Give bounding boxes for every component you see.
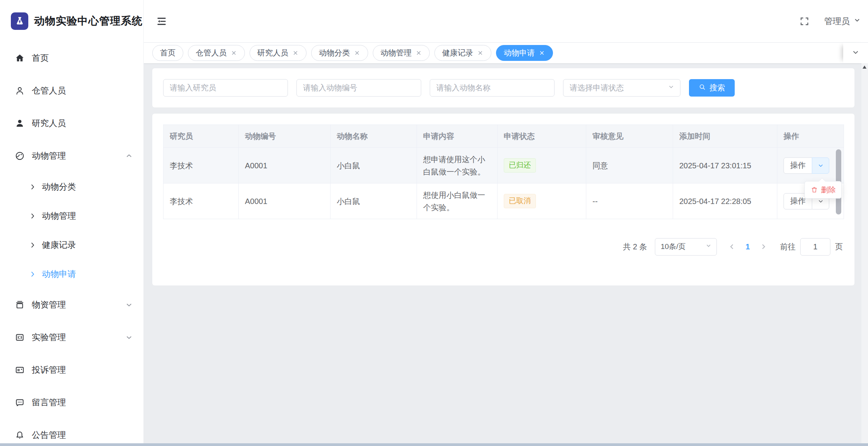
tabs-menu-button[interactable]: [843, 43, 868, 63]
tab-animal-category[interactable]: 动物分类: [311, 45, 368, 61]
picture-icon: [15, 151, 25, 161]
table-panel: 研究员 动物编号 动物名称 申请内容 申请状态 审核意见 添加时间 操作 李技术…: [152, 114, 854, 285]
sidebar-item-warehouse-staff[interactable]: 仓管人员: [0, 74, 143, 107]
chevron-down-icon: [125, 333, 133, 342]
table-header-row: 研究员 动物编号 动物名称 申请内容 申请状态 审核意见 添加时间 操作: [164, 125, 844, 148]
fullscreen-icon[interactable]: [799, 16, 809, 26]
sidebar-item-home[interactable]: 首页: [0, 42, 143, 74]
sidebar-item-label: 投诉管理: [32, 364, 133, 376]
chevron-down-icon: [705, 242, 712, 251]
close-icon[interactable]: [231, 50, 237, 56]
search-button-label: 搜索: [710, 83, 725, 93]
cell-created: 2025-04-17 23:01:15: [673, 148, 777, 183]
action-dropdown-menu[interactable]: 删除: [804, 181, 842, 199]
tab-animal-management[interactable]: 动物管理: [373, 45, 430, 61]
sidebar-item-label: 动物申请: [42, 268, 76, 280]
main-content: 请选择申请状态 搜索 研究员: [144, 63, 861, 446]
cell-review: --: [586, 183, 673, 219]
pagination-total: 共 2 条: [623, 242, 647, 252]
status-badge: 已归还: [504, 158, 536, 173]
user-filled-icon: [15, 118, 25, 128]
chevron-right-icon: [29, 270, 36, 278]
sidebar-item-animal-manage[interactable]: 动物管理: [0, 201, 143, 230]
cell-content: 想申请使用这个小白鼠做一个实验。: [417, 148, 498, 183]
tab-warehouse-staff[interactable]: 仓管人员: [188, 45, 245, 61]
tags-view-bar: 首页 仓管人员 研究人员 动物分类 动物管理 健康记录: [144, 43, 868, 63]
close-icon[interactable]: [415, 50, 422, 56]
close-icon[interactable]: [539, 50, 545, 56]
tab-label: 动物分类: [319, 48, 350, 58]
cell-animal-name: 小白鼠: [331, 183, 417, 219]
page-size-value: 10条/页: [661, 242, 685, 252]
animal-name-search-input[interactable]: [430, 79, 555, 97]
page-number-1[interactable]: 1: [746, 242, 750, 251]
chevron-down-icon: [853, 16, 861, 26]
app-root: 动物实验中心管理系统 首页 仓管人员 研究人员: [0, 0, 868, 446]
cell-status: 已归还: [498, 148, 586, 183]
researcher-search-input[interactable]: [163, 79, 288, 97]
applications-table: 研究员 动物编号 动物名称 申请内容 申请状态 审核意见 添加时间 操作 李技术…: [163, 124, 844, 219]
sidebar-item-label: 物资管理: [32, 299, 125, 311]
user-menu[interactable]: 管理员: [824, 16, 861, 27]
row-action-dropdown-toggle[interactable]: [812, 157, 829, 174]
chevron-up-icon: [125, 152, 133, 160]
flask-logo-icon: [11, 12, 28, 30]
col-animal-name: 动物名称: [331, 125, 417, 148]
chevron-right-icon: [29, 183, 36, 191]
col-created: 添加时间: [673, 125, 777, 148]
table-row: 李技术 A0001 小白鼠 想使用小白鼠做一个实验。 已取消 -- 2025-0…: [164, 183, 844, 219]
tab-animal-apply[interactable]: 动物申请: [496, 45, 553, 61]
page-size-select[interactable]: 10条/页: [655, 238, 717, 256]
sidebar-item-animal-category[interactable]: 动物分类: [0, 172, 143, 201]
sidebar-item-animal-management[interactable]: 动物管理: [0, 140, 143, 172]
sidebar-item-label: 仓管人员: [32, 85, 133, 97]
animal-no-search-input[interactable]: [296, 79, 421, 97]
scroll-up-arrow-icon[interactable]: [863, 66, 866, 69]
tab-label: 健康记录: [442, 48, 473, 58]
sidebar-item-animal-apply[interactable]: 动物申请: [0, 259, 143, 289]
tab-label: 首页: [160, 48, 176, 58]
goto-page-input[interactable]: [800, 238, 830, 256]
top-navbar: 管理员: [144, 0, 868, 43]
sidebar: 动物实验中心管理系统 首页 仓管人员 研究人员: [0, 0, 144, 446]
next-page-button[interactable]: [759, 242, 768, 251]
sidebar-item-researchers[interactable]: 研究人员: [0, 107, 143, 140]
sidebar-item-notice-management[interactable]: 公告管理: [0, 419, 143, 446]
page-vertical-scrollbar[interactable]: [861, 63, 868, 446]
tab-researchers[interactable]: 研究人员: [250, 45, 307, 61]
page-horizontal-scrollbar[interactable]: [0, 443, 868, 446]
sidebar-item-label: 动物管理: [42, 210, 76, 222]
apply-status-select[interactable]: 请选择申请状态: [563, 79, 680, 97]
topbar-right: 管理员: [799, 16, 868, 27]
col-animal-no: 动物编号: [239, 125, 331, 148]
sidebar-collapse-icon[interactable]: [156, 16, 167, 27]
page-unit-label: 页: [835, 242, 843, 252]
sidebar-item-label: 动物分类: [42, 181, 76, 193]
close-icon[interactable]: [477, 50, 484, 56]
sidebar-item-experiment-management[interactable]: 实验管理: [0, 321, 143, 354]
close-icon[interactable]: [354, 50, 360, 56]
cell-review: 同意: [586, 148, 673, 183]
prev-page-button[interactable]: [728, 242, 736, 251]
chevron-down-icon: [851, 48, 860, 58]
user-name: 管理员: [824, 16, 850, 27]
tab-home[interactable]: 首页: [152, 45, 183, 61]
sidebar-item-label: 公告管理: [32, 429, 133, 441]
row-action-button[interactable]: 操作: [784, 157, 812, 174]
panel-icon: [15, 332, 25, 342]
tab-health-records[interactable]: 健康记录: [434, 45, 491, 61]
sidebar-item-complaint-management[interactable]: 投诉管理: [0, 354, 143, 386]
tab-label: 仓管人员: [196, 48, 227, 58]
sidebar-item-health-records[interactable]: 健康记录: [0, 230, 143, 259]
chat-icon: [15, 398, 25, 408]
sidebar-item-label: 动物管理: [32, 150, 125, 162]
col-review: 审核意见: [586, 125, 673, 148]
chevron-down-icon: [125, 301, 133, 309]
delete-menu-item[interactable]: 删除: [821, 185, 836, 195]
home-icon: [15, 53, 25, 63]
close-icon[interactable]: [292, 50, 299, 56]
box-icon: [15, 300, 25, 310]
search-button[interactable]: 搜索: [689, 79, 735, 97]
sidebar-item-supplies-management[interactable]: 物资管理: [0, 289, 143, 321]
sidebar-item-message-management[interactable]: 留言管理: [0, 386, 143, 419]
